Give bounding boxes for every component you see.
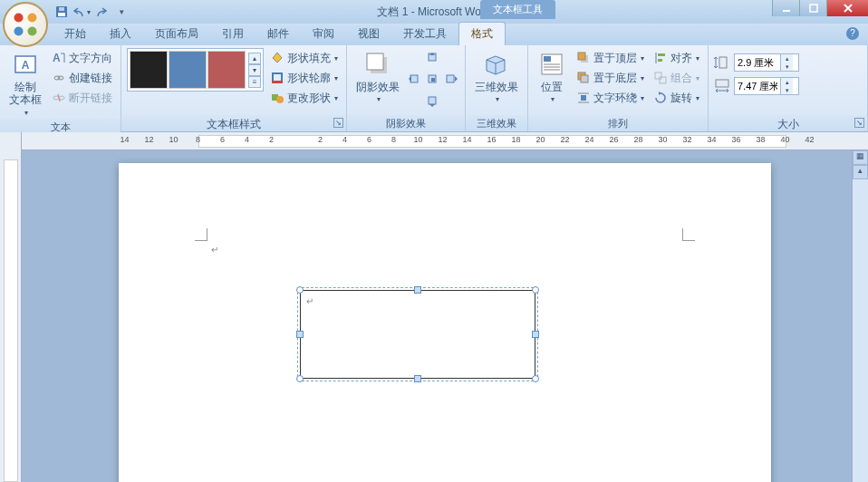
svg-rect-29 [544,56,551,62]
svg-rect-36 [581,75,588,82]
dialog-launcher-icon[interactable]: ↘ [333,118,343,128]
text-wrap-button[interactable]: 文字环绕▾ [574,88,647,108]
horizontal-ruler[interactable]: 1412108642246810121416182022242628303234… [22,132,868,150]
shadow-nudge-grid[interactable] [407,48,459,111]
selection-outline [297,287,538,381]
scroll-up-icon[interactable]: ▴ [853,165,868,179]
svg-rect-45 [719,57,727,68]
resize-handle[interactable] [532,331,539,338]
svg-point-1 [28,14,37,23]
minimize-button[interactable] [772,0,799,16]
svg-rect-44 [660,77,666,83]
height-field[interactable]: ▴▾ [734,53,799,72]
draw-textbox-button[interactable]: A 绘制 文本框▾ [5,48,45,119]
undo-button[interactable]: ▾ [72,3,91,21]
margin-mark [195,228,207,241]
resize-handle[interactable] [532,286,539,294]
paragraph-mark: ↵ [211,245,218,255]
dialog-launcher-icon[interactable]: ↘ [854,118,864,128]
svg-point-13 [58,76,63,80]
svg-point-19 [276,96,284,103]
svg-rect-34 [578,53,585,60]
change-shape-button[interactable]: 更改形状▾ [267,88,341,108]
resize-handle[interactable] [414,375,421,382]
maximize-button[interactable] [799,0,826,16]
group-label-3d: 三维效果 [466,115,527,131]
gallery-nav[interactable]: ▴▾≡ [248,53,261,88]
position-button[interactable]: 位置▾ [534,48,570,106]
style-gallery[interactable]: ▴▾≡ [127,48,264,92]
tab-mail[interactable]: 邮件 [256,23,301,45]
vertical-ruler[interactable] [0,132,22,482]
tab-format[interactable]: 格式 [458,22,506,45]
svg-text:A: A [53,52,61,64]
resize-handle[interactable] [296,331,304,338]
tab-dev[interactable]: 开发工具 [391,23,458,45]
redo-button[interactable] [92,3,111,21]
office-button[interactable] [3,2,48,47]
bring-front-button[interactable]: 置于顶层▾ [574,48,647,68]
text-direction-button[interactable]: A文字方向 [49,48,115,68]
resize-handle[interactable] [532,375,539,382]
svg-rect-23 [410,75,418,82]
text-box[interactable]: ↵ [300,290,535,379]
svg-rect-6 [59,7,64,11]
resize-handle[interactable] [296,375,304,382]
tab-layout[interactable]: 页面布局 [143,23,210,45]
group-size: ▴▾ ▴▾ 大小↘ [709,45,868,131]
svg-point-0 [14,14,24,23]
shadow-effects-button[interactable]: 阴影效果▾ [352,48,403,106]
contextual-tab-label: 文本框工具 [480,0,555,19]
document-scroll: 1412108642246810121416182022242628303234… [22,132,868,482]
group-arrange: 位置▾ 置于顶层▾ 置于底层▾ 文字环绕▾ 对齐▾ 组合▾ 旋转▾ 排列 [528,45,709,131]
shape-fill-button[interactable]: 形状填充▾ [267,48,341,68]
create-link-button[interactable]: 创建链接 [49,68,115,88]
group-button[interactable]: 组合▾ [651,68,702,88]
save-button[interactable] [53,3,71,21]
window-controls [772,0,868,16]
width-field[interactable]: ▴▾ [734,77,799,95]
svg-rect-43 [655,72,661,79]
vertical-scrollbar[interactable]: ▦ ▴ [852,150,868,482]
svg-text:A: A [22,59,30,72]
title-bar: ▾ ▾ 文档 1 - Microsoft Word 文本框工具 [0,0,868,24]
margin-mark [682,228,695,241]
height-icon [714,55,730,70]
resize-handle[interactable] [296,286,304,294]
ruler-toggle-icon[interactable]: ▦ [853,150,868,165]
shape-outline-button[interactable]: 形状轮廓▾ [267,68,341,88]
width-icon [714,79,730,93]
help-icon[interactable]: ? [846,27,859,40]
quick-access-toolbar: ▾ ▾ [53,2,130,22]
tab-references[interactable]: 引用 [210,23,256,45]
document-page[interactable]: ↵ ↵ [119,163,771,482]
send-back-button[interactable]: 置于底层▾ [574,68,647,88]
group-label-arrange: 排列 [528,115,708,131]
svg-rect-42 [658,59,662,62]
close-button[interactable] [826,0,868,16]
tab-insert[interactable]: 插入 [98,23,143,45]
break-link-button[interactable]: 断开链接 [49,88,115,108]
group-shadow: 阴影效果▾ 阴影效果 [347,45,466,131]
group-styles: ▴▾≡ 形状填充▾ 形状轮廓▾ 更改形状▾ 文本框样式↘ [121,45,347,131]
resize-handle[interactable] [414,286,421,294]
svg-rect-21 [367,53,383,70]
align-button[interactable]: 对齐▾ [651,48,702,68]
qat-customize[interactable]: ▾ [112,3,130,21]
tab-review[interactable]: 审阅 [301,23,346,45]
tab-home[interactable]: 开始 [53,23,98,45]
3d-effects-button[interactable]: 三维效果▾ [471,48,522,106]
tab-view[interactable]: 视图 [346,23,391,45]
svg-point-2 [14,27,24,36]
svg-rect-5 [58,13,65,16]
svg-rect-25 [431,78,435,82]
group-label-styles: 文本框样式↘ [121,115,346,131]
svg-rect-8 [810,5,817,12]
rotate-button[interactable]: 旋转▾ [651,88,702,108]
svg-rect-41 [658,53,665,56]
svg-rect-7 [783,10,790,12]
document-area: 1412108642246810121416182022242628303234… [0,132,868,482]
window-title: 文档 1 - Microsoft Word [377,5,490,20]
paragraph-mark: ↵ [306,296,313,306]
ribbon: A 绘制 文本框▾ A文字方向 创建链接 断开链接 文本 ▴▾≡ 形状填充▾ 形… [0,45,868,132]
